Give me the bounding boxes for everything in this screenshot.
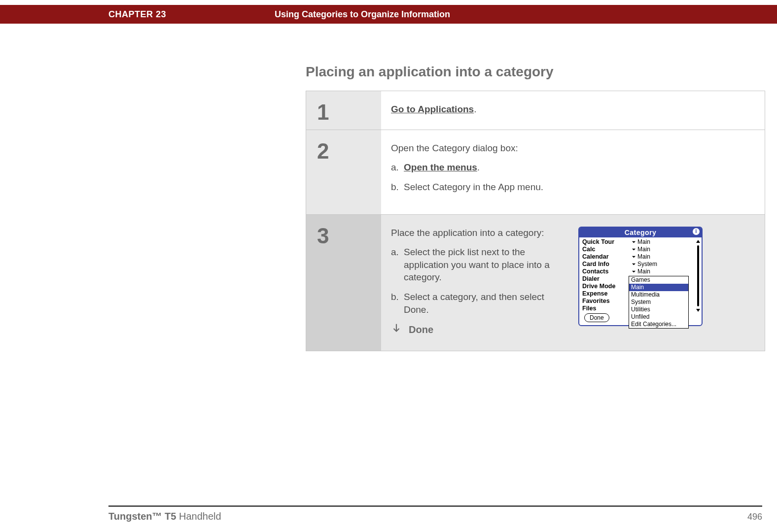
list-item[interactable]: Files	[582, 305, 632, 312]
done-label: Done	[409, 323, 433, 336]
category-dialog-screenshot: Category i Quick Tour Calc Calendar Card…	[578, 227, 702, 337]
substep-a: a. Select the pick list next to the appl…	[391, 246, 564, 284]
popup-item[interactable]: Edit Categories...	[629, 321, 688, 328]
arrow-down-icon	[391, 323, 402, 337]
step-2: 2 Open the Category dialog box: a. Open …	[306, 130, 765, 214]
steps-container: 1 Go to Applications. 2 Open the Categor…	[306, 91, 765, 351]
list-item[interactable]: Card Info	[582, 261, 632, 268]
product-name: Tungsten™ T5 Handheld	[108, 511, 221, 522]
list-item[interactable]: Drive Mode	[582, 283, 632, 290]
product-bold: Tungsten™ T5	[108, 511, 176, 522]
palm-done-button[interactable]: Done	[584, 313, 609, 322]
chevron-down-icon	[632, 247, 636, 252]
chapter-label: CHAPTER 23	[108, 9, 166, 20]
list-item[interactable]: Quick Tour	[582, 238, 632, 246]
substep-text: Select the pick list next to the applica…	[404, 246, 564, 284]
done-indicator: Done	[391, 323, 564, 337]
substep-a: a. Open the menus.	[391, 161, 748, 174]
category-picklist[interactable]: Main	[632, 246, 701, 253]
list-item[interactable]: Dialer	[582, 275, 632, 283]
open-the-menus-link[interactable]: Open the menus	[404, 162, 477, 172]
substep-label: a.	[391, 161, 404, 174]
chapter-banner: CHAPTER 23 Using Categories to Organize …	[0, 5, 777, 24]
go-to-applications-link[interactable]: Go to Applications	[391, 104, 474, 114]
category-value: Main	[637, 238, 650, 246]
popup-item[interactable]: Games	[629, 276, 688, 284]
palm-scrollbar[interactable]	[696, 239, 700, 312]
scroll-track[interactable]	[697, 245, 699, 306]
product-rest: Handheld	[176, 511, 221, 522]
substep-text: Select Category in the App menu.	[404, 181, 748, 194]
scroll-down-icon[interactable]	[696, 307, 701, 312]
category-value: Main	[637, 246, 650, 253]
step-lead: Place the application into a category:	[391, 227, 564, 239]
page-number: 496	[747, 512, 762, 522]
palm-app-list: Quick Tour Calc Calendar Card Info Conta…	[582, 238, 632, 323]
step-body: Place the application into a category: a…	[381, 215, 765, 351]
popup-item[interactable]: Utilities	[629, 306, 688, 313]
list-item[interactable]: Expense	[582, 290, 632, 298]
step-lead: Open the Category dialog box:	[391, 142, 748, 155]
text: .	[474, 104, 476, 114]
category-value: Main	[637, 253, 650, 261]
step-1: 1 Go to Applications.	[306, 91, 765, 130]
list-item[interactable]: Calc	[582, 246, 632, 253]
step-3: 3 Place the application into a category:…	[306, 214, 765, 351]
substep-text: Select a category, and then select Done.	[404, 291, 564, 316]
chevron-down-icon	[632, 255, 636, 259]
popup-item-selected[interactable]: Main	[629, 284, 688, 291]
popup-item[interactable]: System	[629, 299, 688, 306]
category-picklist[interactable]: Main	[632, 238, 701, 246]
step-body: Open the Category dialog box: a. Open th…	[381, 130, 765, 214]
list-item[interactable]: Calendar	[582, 253, 632, 261]
info-icon[interactable]: i	[693, 228, 700, 235]
popup-item[interactable]: Multimedia	[629, 291, 688, 299]
page-footer: Tungsten™ T5 Handheld 496	[108, 505, 762, 522]
substep-b: b. Select Category in the App menu.	[391, 181, 748, 194]
step-number: 1	[306, 91, 381, 130]
substep-label: a.	[391, 246, 404, 284]
list-item[interactable]: Favorites	[582, 298, 632, 305]
category-value: System	[637, 261, 657, 268]
chevron-down-icon	[632, 240, 636, 244]
palm-title: Category	[625, 229, 657, 236]
category-picklist[interactable]: System	[632, 261, 701, 268]
category-popup: Games Main Multimedia System Utilities U…	[629, 276, 689, 329]
category-picklist[interactable]: Main	[632, 253, 701, 261]
step-number: 2	[306, 130, 381, 214]
popup-item[interactable]: Unfiled	[629, 313, 688, 321]
main-content: Placing an application into a category 1…	[306, 64, 777, 351]
palm-titlebar: Category i	[579, 228, 702, 238]
list-item[interactable]: Contacts	[582, 268, 632, 275]
step-body: Go to Applications.	[381, 91, 765, 130]
category-value: Main	[637, 268, 650, 275]
chevron-down-icon	[632, 262, 636, 266]
substep-label: b.	[391, 181, 404, 194]
palm-dialog: Category i Quick Tour Calc Calendar Card…	[578, 227, 703, 327]
substep-b: b. Select a category, and then select Do…	[391, 291, 564, 316]
chevron-down-icon	[632, 269, 636, 274]
chapter-title: Using Categories to Organize Information	[275, 9, 450, 20]
substep-label: b.	[391, 291, 404, 316]
step-number: 3	[306, 215, 381, 351]
category-picklist[interactable]: Main	[632, 268, 701, 275]
scroll-up-icon[interactable]	[696, 239, 701, 244]
section-title: Placing an application into a category	[306, 64, 777, 80]
text: .	[477, 162, 480, 172]
